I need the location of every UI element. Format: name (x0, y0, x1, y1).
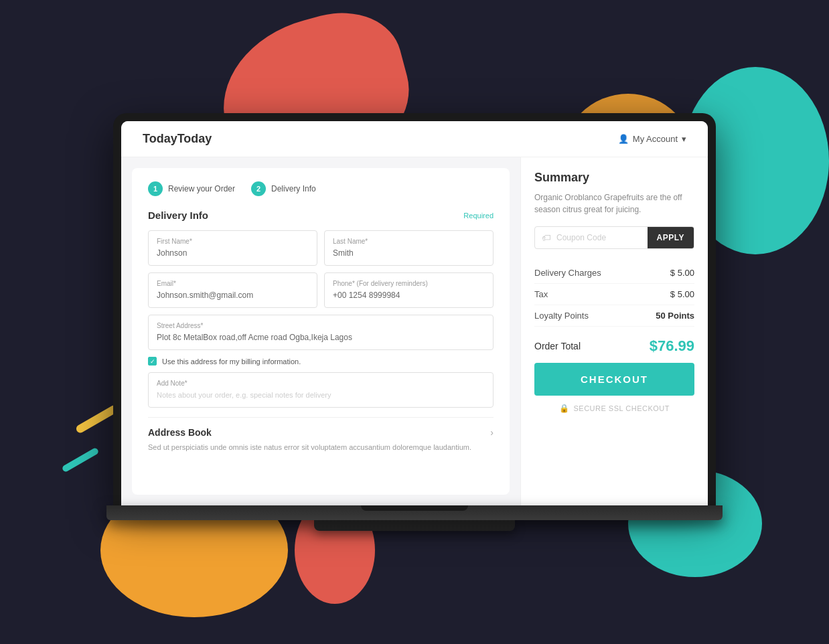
step-1-circle: 1 (148, 181, 163, 196)
loyalty-value: 50 Points (656, 311, 694, 321)
laptop-screen: TodayToday 👤 My Account ▾ (113, 113, 716, 505)
lock-icon: 🔒 (559, 404, 570, 413)
step-2-circle: 2 (251, 181, 266, 196)
account-icon: 👤 (618, 134, 629, 144)
app-container: TodayToday 👤 My Account ▾ (121, 121, 708, 505)
step-2-label: Delivery Info (271, 184, 316, 193)
coupon-row: 🏷 Coupon Code APPLY (534, 226, 694, 249)
phone-field[interactable]: Phone* (For delivery reminders) +00 1254… (324, 272, 494, 308)
delivery-charges-value: $ 5.00 (670, 268, 694, 278)
app-body: 1 Review your Order 2 Delivery Info (121, 157, 708, 505)
account-button[interactable]: 👤 My Account ▾ (618, 134, 686, 144)
contact-row: Email* Johnson.smith@gmail.com Phone* (F… (148, 272, 494, 308)
address-book-section: Address Book › Sed ut perspiciatis unde … (148, 417, 494, 453)
first-name-field[interactable]: First Name* Johnson (148, 230, 317, 266)
checkout-button[interactable]: CHECKOUT (534, 363, 694, 396)
summary-description: Organic Oroblanco Grapefruits are the of… (534, 191, 694, 216)
billing-checkbox[interactable]: ✓ (148, 357, 157, 366)
summary-title: Summary (534, 171, 694, 185)
ssl-label: SECURE SSL CHECKOUT (573, 404, 670, 412)
steps-nav: 1 Review your Order 2 Delivery Info (148, 181, 494, 196)
phone-label: Phone* (For delivery reminders) (333, 280, 485, 287)
billing-checkbox-label: Use this address for my billing informat… (162, 357, 301, 366)
email-label: Email* (157, 280, 309, 287)
account-label: My Account (633, 134, 678, 144)
order-total-row: Order Total $76.99 (534, 327, 694, 363)
delivery-charges-label: Delivery Charges (534, 268, 601, 278)
delivery-section-header: Delivery Info Required (148, 210, 494, 221)
account-dropdown-icon: ▾ (682, 134, 686, 144)
step-2[interactable]: 2 Delivery Info (251, 181, 316, 196)
street-address-field[interactable]: Street Address* Plot 8c MetalBox road,of… (148, 315, 494, 350)
address-book-title: Address Book (148, 427, 212, 438)
step-1-label: Review your Order (168, 184, 235, 193)
stroke-teal (62, 447, 100, 473)
phone-value: +00 1254 8999984 (333, 291, 400, 300)
last-name-value: Smith (333, 248, 354, 258)
summary-panel: Summary Organic Oroblanco Grapefruits ar… (520, 157, 708, 505)
billing-checkbox-row[interactable]: ✓ Use this address for my billing inform… (148, 357, 494, 366)
loyalty-label: Loyalty Points (534, 311, 589, 321)
chevron-right-icon: › (490, 427, 494, 438)
note-field[interactable]: Add Note* Notes about your order, e.g. s… (148, 372, 494, 408)
coupon-icon: 🏷 (542, 232, 551, 243)
delivery-section-title: Delivery Info (148, 210, 208, 221)
first-name-label: First Name* (157, 238, 309, 245)
name-row: First Name* Johnson Last Name* Smith (148, 230, 494, 266)
address-book-header[interactable]: Address Book › (148, 427, 494, 438)
scene: TodayToday 👤 My Account ▾ (0, 0, 829, 644)
first-name-value: Johnson (157, 248, 187, 258)
email-field[interactable]: Email* Johnson.smith@gmail.com (148, 272, 317, 308)
ssl-row: 🔒 SECURE SSL CHECKOUT (534, 404, 694, 413)
app-header: TodayToday 👤 My Account ▾ (121, 121, 708, 157)
address-book-description: Sed ut perspiciatis unde omnis iste natu… (148, 442, 494, 453)
note-label: Add Note* (157, 380, 485, 387)
note-placeholder: Notes about your order, e.g. special not… (157, 391, 331, 399)
laptop: TodayToday 👤 My Account ▾ (113, 113, 716, 531)
app-logo: TodayToday (143, 132, 212, 146)
delivery-charges-line: Delivery Charges $ 5.00 (534, 262, 694, 284)
laptop-base (106, 505, 723, 520)
step-1[interactable]: 1 Review your Order (148, 181, 235, 196)
last-name-field[interactable]: Last Name* Smith (324, 230, 494, 266)
tax-label: Tax (534, 289, 548, 299)
street-value: Plot 8c MetalBox road,off Acme road Ogba… (157, 333, 352, 342)
laptop-stand (314, 520, 515, 531)
left-panel: 1 Review your Order 2 Delivery Info (132, 168, 510, 495)
loyalty-points-line: Loyalty Points 50 Points (534, 305, 694, 327)
apply-coupon-button[interactable]: APPLY (648, 227, 694, 248)
tax-line: Tax $ 5.00 (534, 284, 694, 305)
order-total-value: $76.99 (650, 337, 694, 355)
coupon-input-wrap[interactable]: 🏷 Coupon Code (535, 227, 648, 248)
required-label: Required (463, 212, 494, 220)
tax-value: $ 5.00 (670, 289, 694, 299)
email-value: Johnson.smith@gmail.com (157, 291, 253, 300)
last-name-label: Last Name* (333, 238, 485, 245)
order-total-label: Order Total (534, 341, 581, 351)
street-label: Street Address* (157, 322, 485, 329)
coupon-placeholder: Coupon Code (556, 233, 606, 242)
